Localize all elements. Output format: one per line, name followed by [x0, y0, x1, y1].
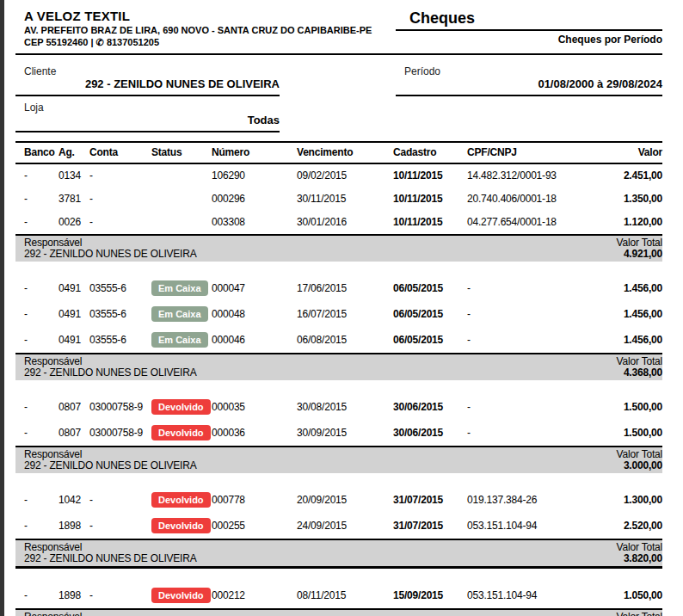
ag-cell: 1898: [58, 520, 89, 533]
periodo-field: Período 01/08/2000 à 29/08/2024: [396, 65, 662, 96]
cadastro-cell: 10/11/2015: [378, 216, 454, 229]
vencimento-cell: 30/11/2015: [297, 193, 378, 206]
cpf-cell: 20.740.406/0001-18: [454, 193, 564, 206]
conta-cell: -: [89, 216, 151, 229]
cpf-cell: 14.482.312/0001-93: [454, 169, 564, 182]
filters-section: Cliente 292 - ZENILDO NUNES DE OLIVEIRA …: [15, 65, 662, 132]
responsavel-label: Responsável: [24, 612, 197, 616]
ag-cell: 0491: [58, 308, 89, 321]
header-divider: [15, 53, 662, 55]
status-badge: Devolvido: [151, 399, 211, 415]
responsavel-block: Responsável292 - ZENILDO NUNES DE OLIVEI…: [15, 449, 197, 472]
loja-field: Loja Todas: [15, 102, 280, 132]
conta-cell: -: [89, 494, 151, 507]
group-total-band: Responsável292 - ZENILDO NUNES DE OLIVEI…: [15, 234, 662, 262]
responsavel-label: Responsável: [24, 356, 197, 368]
cliente-value: 292 - ZENILDO NUNES DE OLIVEIRA: [15, 77, 280, 96]
valor-cell: 1.050,00: [564, 589, 662, 602]
numero-cell: 000036: [212, 427, 297, 440]
ag-cell: 0491: [58, 334, 89, 347]
status-cell: Devolvido: [151, 588, 212, 603]
company-address: AV. PREFEITO BRAZ DE LIRA, 690 NOVO - SA…: [24, 24, 372, 36]
numero-cell: 000212: [212, 589, 297, 602]
valor-total-block: Valor Total3.820,00: [617, 542, 662, 565]
banco-cell: -: [15, 589, 58, 602]
status-badge: Devolvido: [151, 588, 211, 603]
responsavel-block: Responsável292 - ZENILDO NUNES DE OLIVEI…: [15, 542, 197, 565]
periodo-label: Período: [396, 65, 662, 77]
cadastro-cell: 30/06/2015: [378, 401, 454, 414]
valor-total-value: 4.921,00: [617, 249, 662, 261]
banco-cell: -: [15, 520, 58, 533]
filters-right-column: Período 01/08/2000 à 29/08/2024: [396, 65, 662, 132]
cadastro-cell: 10/11/2015: [378, 169, 454, 182]
loja-value: Todas: [15, 114, 280, 132]
valor-cell: 1.456,00: [564, 282, 662, 295]
loja-label: Loja: [15, 102, 280, 114]
cpf-cell: 019.137.384-26: [454, 494, 564, 507]
cadastro-cell: 31/07/2015: [378, 494, 454, 507]
column-header-ag: Ag.: [58, 146, 89, 159]
responsavel-name: 292 - ZENILDO NUNES DE OLIVEIRA: [24, 460, 197, 472]
valor-cell: 1.456,00: [564, 334, 662, 347]
status-badge: Em Caixa: [151, 280, 208, 296]
ag-cell: 1898: [58, 589, 89, 602]
banco-cell: -: [15, 401, 58, 414]
column-header-cadastro: Cadastro: [378, 146, 454, 159]
column-header-cpf: CPF/CNPJ: [454, 146, 564, 159]
status-badge: Devolvido: [151, 492, 211, 508]
numero-cell: 000778: [212, 494, 297, 507]
valor-cell: 1.350,00: [564, 193, 662, 206]
numero-cell: 000035: [212, 401, 297, 414]
banco-cell: -: [15, 427, 58, 440]
company-name: A VELOZ TEXTIL: [24, 9, 372, 24]
vencimento-cell: 06/08/2015: [297, 334, 378, 347]
banco-cell: -: [15, 308, 58, 321]
column-header-banco: Banco: [15, 146, 58, 159]
cpf-cell: -: [454, 401, 564, 414]
report-title-block: Cheques Cheques por Período: [396, 9, 662, 46]
report-header: A VELOZ TEXTIL AV. PREFEITO BRAZ DE LIRA…: [15, 9, 662, 48]
valor-total-block: Valor Total4.368,00: [617, 356, 662, 379]
status-cell: Devolvido: [151, 399, 212, 415]
banco-cell: -: [15, 282, 58, 295]
table-header-row: BancoAg.ContaStatusNúmeroVencimentoCadas…: [15, 141, 662, 164]
cadastro-cell: 31/07/2015: [378, 520, 454, 533]
cheque-row: -1042-Devolvido00077820/09/201531/07/201…: [15, 487, 662, 513]
cheque-row: -0026-00330830/01/201610/11/201504.277.6…: [15, 211, 662, 234]
vencimento-cell: 08/11/2015: [297, 589, 378, 602]
cadastro-cell: 30/06/2015: [378, 427, 454, 440]
vencimento-cell: 16/07/2015: [297, 308, 378, 321]
report-content: A VELOZ TEXTIL AV. PREFEITO BRAZ DE LIRA…: [4, 0, 683, 616]
cheque-group: -0134-10629009/02/201510/11/201514.482.3…: [15, 164, 662, 262]
company-block: A VELOZ TEXTIL AV. PREFEITO BRAZ DE LIRA…: [15, 9, 372, 48]
cheque-row: -0134-10629009/02/201510/11/201514.482.3…: [15, 164, 662, 188]
responsavel-block: Responsável292 - ZENILDO NUNES DE OLIVEI…: [15, 356, 197, 379]
conta-cell: 03000758-9: [89, 427, 151, 440]
report-subtitle: Cheques por Período: [396, 31, 662, 46]
conta-cell: -: [89, 520, 151, 533]
status-badge: Em Caixa: [151, 306, 208, 322]
numero-cell: 003308: [212, 216, 297, 229]
report-page: A VELOZ TEXTIL AV. PREFEITO BRAZ DE LIRA…: [0, 0, 683, 616]
ag-cell: 0026: [58, 216, 89, 229]
conta-cell: 03555-6: [89, 334, 151, 347]
valor-total-value: 3.000,00: [617, 460, 662, 472]
responsavel-block: Responsável292 - ZENILDO NUNES DE OLIVEI…: [15, 612, 197, 616]
cliente-field: Cliente 292 - ZENILDO NUNES DE OLIVEIRA: [15, 65, 280, 96]
cadastro-cell: 10/11/2015: [378, 193, 454, 206]
status-cell: Devolvido: [151, 425, 212, 440]
conta-cell: -: [89, 169, 151, 182]
cheque-row: -049103555-6Em Caixa00004717/06/201506/0…: [15, 275, 662, 301]
group-total-band: Responsável292 - ZENILDO NUNES DE OLIVEI…: [15, 539, 662, 569]
status-cell: Em Caixa: [151, 306, 212, 322]
group-total-band: Responsável292 - ZENILDO NUNES DE OLIVEI…: [15, 446, 662, 473]
status-cell: Devolvido: [151, 518, 212, 533]
responsavel-label: Responsável: [24, 542, 197, 554]
numero-cell: 000046: [212, 334, 297, 347]
valor-total-label: Valor Total: [617, 542, 662, 554]
conta-cell: -: [89, 193, 151, 206]
ag-cell: 1042: [58, 494, 89, 507]
status-badge: Devolvido: [151, 425, 211, 440]
conta-cell: 03555-6: [89, 282, 151, 295]
